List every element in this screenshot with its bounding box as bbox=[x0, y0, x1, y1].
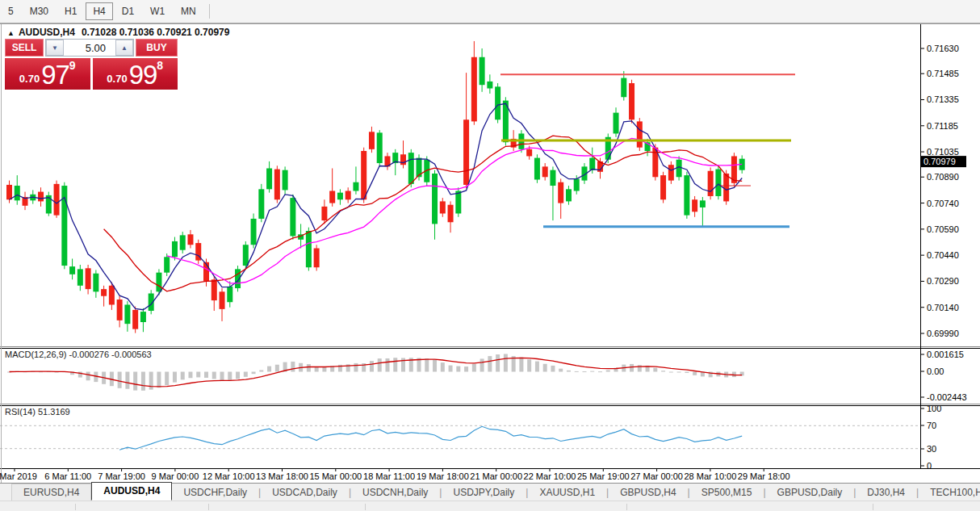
macd-values: -0.000276 -0.000563 bbox=[69, 350, 151, 359]
sell-price-prefix: 0.70 bbox=[19, 70, 40, 88]
chart-tab-AUDUSD-H4[interactable]: AUDUSD,H4 bbox=[91, 482, 172, 501]
sell-price-main: 97 bbox=[41, 61, 69, 88]
svg-text:0.71485: 0.71485 bbox=[927, 69, 959, 78]
timeframe-MN[interactable]: MN bbox=[174, 2, 203, 20]
buy-price-main: 99 bbox=[129, 61, 157, 88]
svg-text:0.71630: 0.71630 bbox=[927, 44, 959, 53]
timeframe-toolbar: 5M30H1H4D1W1MN bbox=[0, 0, 980, 23]
sell-price-button[interactable]: 0.70 97 9 bbox=[5, 58, 90, 90]
chart-tab-XAUUSD-H1[interactable]: XAUUSD,H1 bbox=[528, 484, 606, 501]
svg-text:0.70979: 0.70979 bbox=[923, 157, 956, 166]
volume-input[interactable] bbox=[64, 40, 115, 56]
svg-text:25 Mar 19:00: 25 Mar 19:00 bbox=[577, 471, 630, 481]
svg-text:30: 30 bbox=[927, 444, 936, 454]
svg-text:13 Mar 18:00: 13 Mar 18:00 bbox=[256, 471, 308, 481]
volume-stepper: ▼ ▲ bbox=[45, 39, 134, 57]
buy-price-button[interactable]: 0.70 99 8 bbox=[93, 58, 178, 90]
svg-text:7 Mar 19:00: 7 Mar 19:00 bbox=[98, 471, 145, 481]
chart-tab-DJ30-H4[interactable]: DJ30,H4 bbox=[856, 484, 916, 501]
chart-tab-USDCAD-Daily[interactable]: USDCAD,Daily bbox=[261, 484, 349, 501]
chart-tab-GBPUSD-H4[interactable]: GBPUSD,H4 bbox=[609, 484, 687, 501]
svg-text:0: 0 bbox=[927, 461, 932, 471]
timeframe-H4[interactable]: H4 bbox=[86, 2, 112, 20]
toolbar-separator bbox=[209, 4, 210, 19]
rsi-value: 51.3169 bbox=[38, 407, 70, 417]
svg-text:0.71335: 0.71335 bbox=[927, 94, 959, 104]
statusbar-separator bbox=[75, 504, 76, 510]
volume-decrease-icon[interactable]: ▼ bbox=[46, 40, 64, 56]
chart-tab-USDCHF-Daily[interactable]: USDCHF,Daily bbox=[172, 484, 258, 501]
svg-text:0.00: 0.00 bbox=[927, 366, 944, 376]
svg-text:27 Mar 00:00: 27 Mar 00:00 bbox=[630, 471, 683, 481]
svg-text:28 Mar 10:00: 28 Mar 10:00 bbox=[684, 471, 736, 481]
svg-text:70: 70 bbox=[927, 421, 936, 430]
statusbar-separator bbox=[365, 504, 366, 510]
svg-text:5 Mar 2019: 5 Mar 2019 bbox=[0, 471, 37, 481]
trading-platform-window: 0.716300.714850.713350.711850.710350.708… bbox=[0, 0, 980, 511]
volume-increase-icon[interactable]: ▲ bbox=[115, 40, 133, 56]
macd-indicator-label: MACD(12,26,9) -0.000276 -0.000563 bbox=[5, 350, 152, 359]
timeframe-5[interactable]: 5 bbox=[1, 2, 21, 20]
svg-text:0.70440: 0.70440 bbox=[927, 250, 959, 260]
svg-text:29 Mar 18:00: 29 Mar 18:00 bbox=[738, 471, 790, 481]
svg-text:21 Mar 00:00: 21 Mar 00:00 bbox=[470, 471, 522, 481]
buy-button[interactable]: BUY bbox=[136, 39, 178, 57]
chart-tab-USDCNH-Daily[interactable]: USDCNH,Daily bbox=[351, 484, 439, 501]
current-price-tag: 0.70979 bbox=[920, 156, 966, 167]
svg-text:0.001615: 0.001615 bbox=[927, 350, 964, 359]
chart-symbol-period: AUDUSD,H4 bbox=[19, 27, 75, 38]
timeframe-D1[interactable]: D1 bbox=[115, 2, 141, 20]
svg-text:0.71035: 0.71035 bbox=[927, 147, 959, 157]
svg-text:0.69990: 0.69990 bbox=[927, 329, 959, 338]
svg-text:0.70590: 0.70590 bbox=[927, 224, 959, 234]
svg-text:100: 100 bbox=[927, 404, 941, 413]
svg-text:0.70290: 0.70290 bbox=[927, 276, 959, 286]
chart-tab-EURUSD-H4[interactable]: EURUSD,H4 bbox=[11, 484, 91, 501]
chart-tab-SP500-M15[interactable]: SP500,M15 bbox=[690, 484, 764, 501]
buy-price-pip: 8 bbox=[157, 59, 163, 72]
trade-panel-toggle-icon[interactable]: ▲ bbox=[7, 29, 15, 37]
svg-text:6 Mar 11:00: 6 Mar 11:00 bbox=[44, 471, 91, 481]
timeframe-W1[interactable]: W1 bbox=[143, 2, 172, 20]
timeframe-H1[interactable]: H1 bbox=[57, 2, 84, 20]
svg-text:15 Mar 00:00: 15 Mar 00:00 bbox=[309, 471, 362, 481]
svg-text:0.70740: 0.70740 bbox=[927, 199, 959, 208]
chart-tabs-bar: EURUSD,H4AUDUSD,H4USDCHF,Daily|USDCAD,Da… bbox=[0, 483, 980, 501]
chart-tab-TECH100-H1[interactable]: TECH100,H1 bbox=[919, 484, 980, 501]
svg-text:-0.002443: -0.002443 bbox=[927, 392, 967, 402]
svg-text:18 Mar 11:00: 18 Mar 11:00 bbox=[363, 471, 415, 481]
svg-text:19 Mar 18:00: 19 Mar 18:00 bbox=[417, 471, 469, 481]
svg-text:22 Mar 10:00: 22 Mar 10:00 bbox=[524, 471, 576, 481]
status-bar bbox=[0, 501, 980, 511]
buy-price-prefix: 0.70 bbox=[107, 70, 127, 88]
svg-text:12 Mar 10:00: 12 Mar 10:00 bbox=[203, 471, 255, 481]
statusbar-separator bbox=[208, 504, 209, 510]
sell-button[interactable]: SELL bbox=[5, 39, 44, 57]
timeframe-M30[interactable]: M30 bbox=[23, 2, 56, 20]
svg-text:0.71185: 0.71185 bbox=[927, 121, 958, 131]
chart-tab-USDJPY-Daily[interactable]: USDJPY,Daily bbox=[442, 484, 526, 501]
one-click-trade-widget: SELL ▼ ▲ BUY 0.70 97 9 0.70 99 8 bbox=[5, 39, 178, 90]
chart-title: ▲AUDUSD,H40.71028 0.71036 0.70921 0.7097… bbox=[7, 27, 229, 38]
statusbar-separator bbox=[626, 504, 627, 510]
sell-price-pip: 9 bbox=[69, 59, 76, 72]
rsi-indicator-label: RSI(14) 51.3169 bbox=[5, 407, 70, 417]
chart-ohlc-values: 0.71028 0.71036 0.70921 0.70979 bbox=[82, 27, 230, 38]
statusbar-separator bbox=[873, 504, 873, 510]
svg-text:0.70140: 0.70140 bbox=[927, 303, 959, 312]
svg-text:9 Mar 00:00: 9 Mar 00:00 bbox=[152, 471, 199, 481]
chart-tab-GBPUSD-Daily[interactable]: GBPUSD,Daily bbox=[766, 484, 854, 501]
svg-text:0.70890: 0.70890 bbox=[927, 172, 959, 182]
